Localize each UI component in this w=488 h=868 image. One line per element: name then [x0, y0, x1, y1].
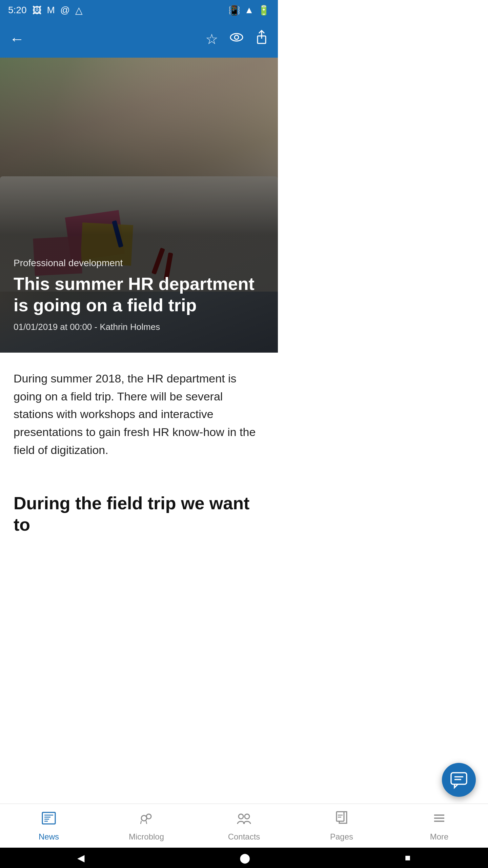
share-button[interactable]	[255, 30, 268, 48]
nav-item-microblog[interactable]: Microblog	[98, 810, 195, 842]
system-back-button[interactable]: ◀	[77, 852, 85, 864]
status-right: 📳 ▲ 🔋	[228, 5, 270, 16]
contacts-label: Contacts	[228, 832, 260, 842]
news-label: News	[39, 832, 59, 842]
top-bar: ← ☆	[0, 20, 278, 58]
image-icon: 🖼	[32, 5, 42, 16]
top-bar-left: ←	[9, 31, 24, 47]
microblog-label: Microblog	[129, 832, 164, 842]
article-title: This summer HR department is going on a …	[14, 273, 264, 316]
status-left: 5:20 🖼 M @ △	[8, 5, 83, 16]
system-navigation-bar: ◀ ⬤ ■	[0, 848, 278, 868]
contacts-icon	[236, 810, 252, 829]
system-home-button[interactable]: ⬤	[240, 852, 250, 864]
hero-image: Professional development This summer HR …	[0, 58, 278, 353]
article-category: Professional development	[14, 258, 264, 269]
wifi-icon: ▲	[244, 5, 254, 16]
nav-item-news[interactable]: News	[0, 810, 98, 842]
battery-icon: 🔋	[258, 5, 270, 16]
svg-line-15	[146, 821, 147, 824]
svg-rect-7	[42, 812, 55, 824]
svg-point-13	[146, 814, 151, 819]
section-heading: During the field trip we want to	[0, 493, 278, 545]
vibrate-icon: 📳	[228, 5, 240, 16]
eye-button[interactable]	[229, 30, 244, 48]
back-button[interactable]: ←	[9, 31, 24, 47]
at-icon: @	[60, 5, 70, 16]
microblog-icon	[139, 810, 154, 829]
cloud-icon: △	[75, 5, 83, 16]
svg-point-16	[239, 814, 243, 819]
status-bar: 5:20 🖼 M @ △ 📳 ▲ 🔋	[0, 0, 278, 20]
svg-point-17	[245, 814, 249, 819]
svg-point-1	[235, 35, 239, 39]
top-bar-right: ☆	[205, 30, 268, 48]
article-body: During summer 2018, the HR department is…	[0, 353, 278, 493]
time-display: 5:20	[8, 5, 27, 16]
news-icon	[41, 810, 57, 829]
star-button[interactable]: ☆	[205, 31, 218, 47]
svg-line-14	[141, 821, 141, 824]
article-meta: 01/01/2019 at 00:00 - Kathrin Holmes	[14, 322, 264, 332]
svg-point-0	[230, 34, 243, 41]
hero-text: Professional development This summer HR …	[14, 258, 264, 332]
bottom-navigation: News Microblog Contacts	[0, 804, 278, 848]
nav-item-contacts[interactable]: Contacts	[195, 810, 278, 842]
gmail-icon: M	[47, 5, 55, 16]
article-intro-text: During summer 2018, the HR department is…	[14, 370, 264, 459]
